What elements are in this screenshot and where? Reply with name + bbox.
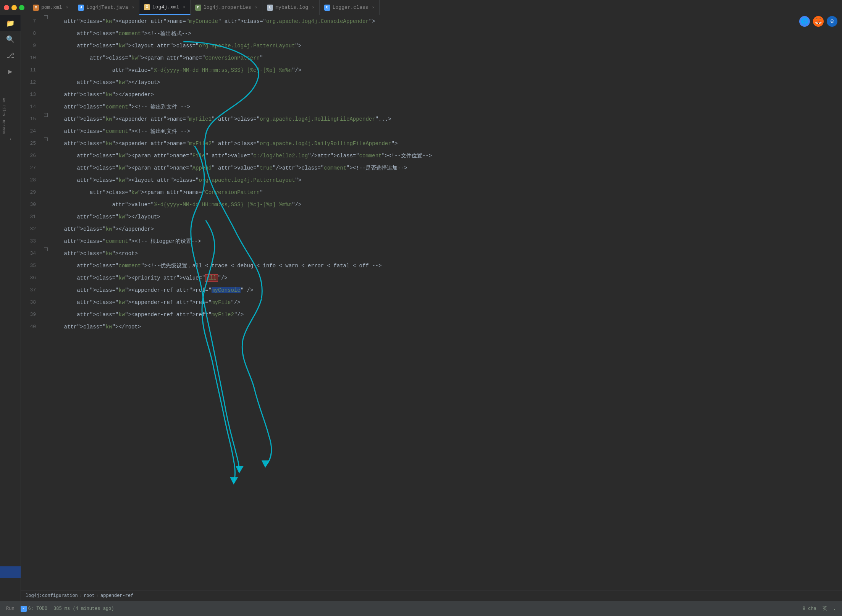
- svg-marker-0: [262, 460, 270, 467]
- tab-label-log4jxml: log4j.xml: [152, 4, 179, 10]
- tab-label-log4jprop: log4j.properties: [204, 5, 251, 10]
- line-number: 12: [21, 76, 42, 89]
- breadcrumb-item-2[interactable]: root: [84, 593, 95, 598]
- tab-bar: mpom.xml×JLog4jTest.java×Xlog4j.xml×Plog…: [0, 0, 842, 15]
- tab-logger[interactable]: CLogger.class×: [320, 0, 380, 15]
- breadcrumb-sep-2: ›: [96, 593, 99, 598]
- sidebar-item-search[interactable]: 🔍: [0, 31, 21, 47]
- tab-label-log4jtest: Log4jTest.java: [86, 5, 128, 10]
- code-line: 9 attr">class="kw"><layout attr">class="…: [21, 40, 842, 52]
- fold-icon[interactable]: -: [44, 15, 48, 19]
- breadcrumb-item-3[interactable]: appender-ref: [100, 593, 133, 598]
- maximize-button[interactable]: [19, 5, 24, 10]
- tab-icon-logger: C: [324, 5, 330, 11]
- line-content: attr">class="kw"><param attr">name="Conv…: [50, 52, 842, 64]
- line-content: attr">class="kw"><priority attr">value="…: [50, 272, 842, 284]
- code-line: 34- attr">class="kw"><root>: [21, 247, 842, 260]
- active-file-indicator: [0, 566, 21, 578]
- line-number: 15: [21, 113, 42, 125]
- line-number: 10: [21, 52, 42, 64]
- code-line: 25- attr">class="kw"><appender attr">nam…: [21, 137, 842, 150]
- code-line: 11 attr">value="%-d{yyyy-MM-dd HH:mm:ss,…: [21, 64, 842, 76]
- fold-gutter: -: [42, 247, 50, 251]
- sidebar-item-run[interactable]: ▶: [0, 63, 21, 79]
- line-content: attr">value="%-d{yyyy-MM-dd HH:mm:ss,SSS…: [50, 64, 842, 76]
- tabs-container: mpom.xml×JLog4jTest.java×Xlog4j.xml×Plog…: [28, 0, 380, 15]
- line-content: attr">class="kw"><param attr">name="Appe…: [50, 162, 842, 174]
- fold-gutter: -: [42, 15, 50, 19]
- editor-area: 7- attr">class="kw"><appender attr">name…: [21, 15, 842, 601]
- breadcrumb: log4j:configuration › root › appender-re…: [21, 590, 842, 601]
- tab-label-pom: pom.xml: [41, 5, 62, 10]
- line-content: attr">class="comment"><!--优先级设置，all < tr…: [50, 260, 842, 272]
- line-number: 11: [21, 64, 42, 76]
- file-tree-label: Am Files ng:com 7: [0, 79, 21, 145]
- code-container: 7- attr">class="kw"><appender attr">name…: [21, 15, 842, 333]
- line-number: 27: [21, 162, 42, 174]
- breadcrumb-sep-1: ›: [79, 593, 82, 598]
- line-number: 7: [21, 15, 42, 27]
- line-number: 35: [21, 260, 42, 272]
- tab-icon-pom: m: [33, 5, 39, 11]
- tab-close-mybatis[interactable]: ×: [312, 5, 315, 10]
- line-number: 26: [21, 150, 42, 162]
- tab-close-logger[interactable]: ×: [372, 5, 375, 10]
- tab-pom[interactable]: mpom.xml×: [28, 0, 73, 15]
- line-number: 13: [21, 89, 42, 101]
- line-number: 36: [21, 272, 42, 284]
- code-line: 30 attr">value="%-d{yyyy-MM-dd HH:mm:ss,…: [21, 199, 842, 211]
- code-line: 13 attr">class="kw"></appender>: [21, 89, 842, 101]
- sidebar-item-vcs[interactable]: ⎇: [0, 47, 21, 63]
- chrome-icon[interactable]: 🌐: [799, 16, 810, 27]
- line-number: 30: [21, 199, 42, 211]
- fold-gutter: -: [42, 137, 50, 141]
- breadcrumb-item-1[interactable]: log4j:configuration: [26, 593, 78, 598]
- code-line: 36 attr">class="kw"><priority attr">valu…: [21, 272, 842, 284]
- lang-indicator[interactable]: 英: [823, 605, 827, 612]
- line-number: 34: [21, 247, 42, 260]
- fold-icon[interactable]: -: [44, 137, 48, 141]
- code-line: 7- attr">class="kw"><appender attr">name…: [21, 15, 842, 27]
- tab-close-log4jtest[interactable]: ×: [132, 5, 134, 10]
- fold-icon[interactable]: -: [44, 113, 48, 117]
- tab-log4jxml[interactable]: Xlog4j.xml×: [139, 0, 191, 15]
- tab-close-log4jprop[interactable]: ×: [255, 5, 258, 10]
- window-controls: [0, 5, 28, 10]
- tab-icon-mybatis: L: [267, 5, 273, 11]
- tab-close-log4jxml[interactable]: ×: [183, 5, 186, 10]
- status-bar: Run ✓ 6: TODO 385 ms (4 minutes ago) 9 c…: [0, 601, 842, 616]
- close-button[interactable]: [4, 5, 9, 10]
- minimize-button[interactable]: [11, 5, 17, 10]
- code-line: 35 attr">class="comment"><!--优先级设置，all <…: [21, 260, 842, 272]
- todo-section[interactable]: ✓ 6: TODO: [21, 606, 47, 612]
- code-line: 33 attr">class="comment"><!-- 根logger的设置…: [21, 235, 842, 247]
- code-line: 32 attr">class="kw"></appender>: [21, 223, 842, 235]
- line-number: 39: [21, 309, 42, 321]
- status-left: Run ✓ 6: TODO 385 ms (4 minutes ago): [6, 606, 114, 612]
- code-line: 31 attr">class="kw"></layout>: [21, 211, 842, 223]
- code-line: 37 attr">class="kw"><appender-ref attr">…: [21, 284, 842, 296]
- tab-label-logger: Logger.class: [333, 5, 368, 10]
- line-content: attr">class="kw"></layout>: [50, 211, 842, 223]
- line-content: attr">class="kw"></appender>: [50, 89, 842, 101]
- line-content: attr">class="kw"><appender-ref attr">ref…: [50, 309, 842, 321]
- code-line: 38 attr">class="kw"><appender-ref attr">…: [21, 296, 842, 309]
- status-right: 9 cha 英 .: [803, 605, 836, 612]
- tab-mybatis[interactable]: Lmybatis.log×: [262, 0, 319, 15]
- tab-icon-log4jxml: X: [144, 4, 150, 10]
- firefox-icon[interactable]: 🦊: [813, 16, 824, 27]
- todo-label: 6: TODO: [28, 606, 47, 611]
- line-number: 38: [21, 296, 42, 309]
- line-content: attr">class="kw"></root>: [50, 321, 842, 333]
- fold-icon[interactable]: -: [44, 247, 48, 251]
- line-content: attr">class="kw"><appender-ref attr">ref…: [50, 284, 842, 296]
- line-number: 28: [21, 174, 42, 186]
- code-line: 27 attr">class="kw"><param attr">name="A…: [21, 162, 842, 174]
- line-content: attr">class="kw"><appender attr">name="m…: [50, 15, 842, 27]
- ie-icon[interactable]: e: [827, 16, 837, 27]
- tab-log4jtest[interactable]: JLog4jTest.java×: [73, 0, 139, 15]
- tab-log4jprop[interactable]: Plog4j.properties×: [191, 0, 262, 15]
- tab-close-pom[interactable]: ×: [66, 5, 69, 10]
- sidebar-item-files[interactable]: 📁: [0, 15, 21, 31]
- toolbar-icons: 🌐 🦊 e: [799, 16, 837, 27]
